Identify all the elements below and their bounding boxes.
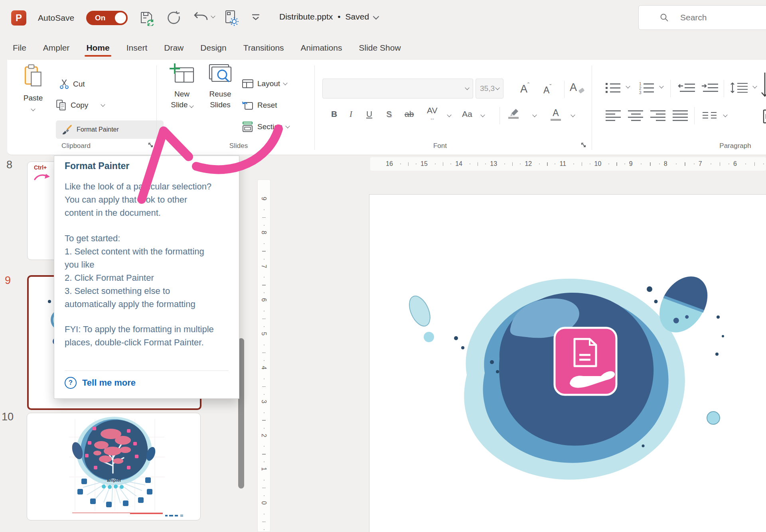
bullets-chevron-icon[interactable] <box>626 84 630 88</box>
font-name-combobox[interactable] <box>322 79 473 99</box>
ruler-mark: 4 <box>262 363 266 396</box>
save-button[interactable] <box>139 10 155 26</box>
font-color-button[interactable]: A <box>551 108 561 121</box>
clear-formatting-button[interactable]: A <box>570 81 582 94</box>
reuse-slides-button[interactable]: Reuse Slides <box>202 63 239 110</box>
search-box[interactable] <box>638 5 766 30</box>
new-slide-button[interactable]: New Slide <box>164 63 200 110</box>
line-spacing-chevron-icon[interactable] <box>752 84 757 88</box>
numbering-chevron-icon[interactable] <box>659 84 663 88</box>
slide-settings-button[interactable] <box>223 10 239 26</box>
line-spacing-button[interactable] <box>729 81 749 94</box>
reset-icon <box>242 100 254 110</box>
numbering-button[interactable]: 123 <box>638 81 656 95</box>
paste-button[interactable]: Paste <box>16 64 50 110</box>
cut-button[interactable]: Cut <box>59 77 85 91</box>
ribbon: Paste Cut Copy <box>7 60 766 155</box>
slide-watercolor-illustration <box>399 255 730 487</box>
bold-button[interactable]: B <box>331 109 337 119</box>
increase-indent-icon <box>701 82 720 94</box>
autosave-label: AutoSave <box>38 13 74 23</box>
copy-dropdown-chevron-icon[interactable] <box>101 102 105 106</box>
increase-indent-button[interactable] <box>701 82 720 94</box>
undo-dropdown-chevron-icon[interactable] <box>211 14 215 18</box>
text-direction-icon[interactable] <box>760 72 766 104</box>
tab-design[interactable]: Design <box>199 42 227 57</box>
reset-button[interactable]: Reset <box>242 98 277 112</box>
align-center-button[interactable] <box>627 109 645 121</box>
powerpoint-logo[interactable]: P <box>11 10 26 26</box>
svg-text:ampler: ampler <box>107 478 122 483</box>
align-left-button[interactable] <box>605 109 622 121</box>
columns-button[interactable] <box>701 111 718 120</box>
character-spacing-button[interactable]: AV ↔ <box>427 107 437 122</box>
paste-dropdown-chevron-icon[interactable] <box>31 106 35 111</box>
tooltip-intro: To get started: <box>65 232 218 245</box>
slide-10-thumbnail[interactable]: ampler <box>27 413 201 520</box>
slide-8-number: 8 <box>6 159 12 171</box>
strikethrough-button[interactable]: ab <box>405 109 414 119</box>
tab-slide-show[interactable]: Slide Show <box>358 42 401 57</box>
powerpoint-window: P AutoSave On <box>0 0 766 532</box>
ruler-mark: 10 <box>592 160 627 167</box>
decrease-indent-button[interactable] <box>677 82 697 94</box>
character-spacing-chevron-icon[interactable] <box>447 112 451 117</box>
bullets-button[interactable] <box>605 81 622 95</box>
tell-me-more-link[interactable]: ? Tell me more <box>65 377 136 389</box>
tab-insert[interactable]: Insert <box>126 42 148 57</box>
vertical-ruler[interactable]: 9 8 7 6 5 4 3 2 1 0 <box>257 179 270 532</box>
justify-button[interactable] <box>672 109 689 121</box>
tab-draw[interactable]: Draw <box>163 42 184 57</box>
new-slide-chevron-icon <box>189 103 193 108</box>
tab-file[interactable]: File <box>12 42 27 57</box>
change-case-button[interactable]: Aa <box>462 109 472 119</box>
columns-chevron-icon[interactable] <box>723 112 727 117</box>
autosave-toggle-state: On <box>95 14 105 22</box>
underline-button[interactable]: U <box>366 109 372 119</box>
font-group-label: Font <box>422 142 458 150</box>
copy-button[interactable]: Copy <box>56 98 105 112</box>
search-icon <box>659 13 669 22</box>
ruler-mark: 6 <box>731 160 766 167</box>
tab-animations[interactable]: Animations <box>300 42 343 57</box>
title-separator: • <box>338 12 340 22</box>
refresh-button[interactable] <box>167 11 181 25</box>
decrease-indent-icon <box>677 82 697 94</box>
font-size-combobox[interactable]: 35,3 <box>476 79 503 99</box>
slide-10-tree-illustration: ampler <box>27 413 201 520</box>
ruler-mark: 13 <box>488 160 523 167</box>
customize-quick-access-button[interactable] <box>251 13 261 22</box>
font-dialog-launcher-icon[interactable] <box>580 142 587 149</box>
layout-button[interactable]: Layout <box>242 77 287 91</box>
shrink-font-button[interactable]: Aˇ <box>543 83 551 96</box>
ruler-mark: 8 <box>662 160 697 167</box>
align-text-icon[interactable] <box>762 108 766 124</box>
tab-ampler[interactable]: Ampler <box>42 42 71 57</box>
italic-button[interactable]: I <box>349 109 352 119</box>
tab-home[interactable]: Home <box>85 42 110 57</box>
highlight-color-button[interactable] <box>508 107 520 119</box>
align-right-button[interactable] <box>650 109 667 121</box>
slide-10-number: 10 <box>2 411 14 423</box>
cut-scissors-icon <box>59 79 69 89</box>
mini-separator <box>694 107 695 124</box>
ruler-mark: 12 <box>523 160 557 167</box>
grow-font-button[interactable]: Aˆ <box>520 81 529 95</box>
highlight-chevron-icon[interactable] <box>532 112 537 117</box>
horizontal-ruler[interactable]: 16 15 14 13 12 11 10 9 8 7 6 <box>370 157 766 171</box>
change-case-chevron-icon[interactable] <box>480 112 485 117</box>
font-color-chevron-icon[interactable] <box>571 112 575 117</box>
ruler-mark: 11 <box>557 160 592 167</box>
new-slide-icon <box>168 63 196 86</box>
columns-icon <box>701 111 718 120</box>
ruler-mark: 2 <box>262 430 266 464</box>
search-input[interactable] <box>679 12 749 23</box>
document-title-group[interactable]: Distribute.pptx • Saved <box>279 12 378 22</box>
align-right-icon <box>650 109 667 121</box>
text-shadow-button[interactable]: S <box>386 109 392 119</box>
format-painter-brush-icon <box>61 124 73 135</box>
tab-transitions[interactable]: Transitions <box>243 42 285 57</box>
autosave-toggle[interactable]: On <box>86 11 128 25</box>
undo-button[interactable] <box>194 11 208 24</box>
mini-separator <box>499 107 500 124</box>
